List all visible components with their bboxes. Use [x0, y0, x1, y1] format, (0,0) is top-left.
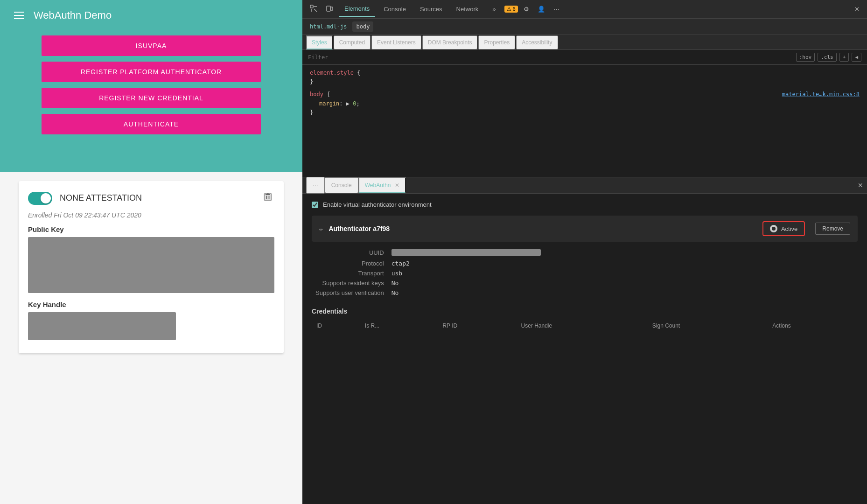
- authenticator-name: Authenticator a7f98: [329, 225, 390, 232]
- tab-dots[interactable]: ···: [306, 177, 325, 194]
- remove-authenticator-button[interactable]: Remove: [815, 223, 850, 235]
- public-key-value: [28, 237, 274, 293]
- app-title: WebAuthn Demo: [34, 9, 112, 21]
- settings-icon[interactable]: ⚙: [521, 4, 532, 14]
- delete-credential-button[interactable]: [261, 190, 274, 206]
- tab-event-listeners[interactable]: Event Listeners: [371, 35, 421, 49]
- webauthn-container: ··· Console WebAuthn ✕ ✕ Enable virtual …: [302, 177, 867, 504]
- credential-card: NONE ATTESTATION Enrolled Fri Oct 09 22:…: [19, 181, 284, 353]
- credentials-section: Credentials ID Is R... RP ID User Handle…: [312, 308, 858, 332]
- filter-controls: :hov .cls + ◀: [796, 53, 861, 62]
- tab-accessibility[interactable]: Accessibility: [516, 35, 558, 49]
- code-line-1: element.style {: [310, 69, 860, 77]
- credentials-title: Credentials: [312, 308, 858, 315]
- tab-console[interactable]: Console: [378, 2, 412, 16]
- isuvpaa-button[interactable]: ISUVPAA: [42, 35, 261, 56]
- protocol-value: ctap2: [392, 260, 854, 267]
- svg-line-4: [314, 9, 317, 12]
- webauthn-tab-close[interactable]: ✕: [395, 182, 399, 189]
- tab-computed[interactable]: Computed: [334, 35, 371, 49]
- tab-properties[interactable]: Properties: [478, 35, 515, 49]
- uuid-value: [392, 249, 854, 257]
- css-file-link[interactable]: material.te…k.min.css:8: [782, 90, 860, 99]
- tab-more[interactable]: »: [487, 2, 501, 16]
- uuid-bar: [392, 249, 541, 256]
- devtools-panel: Elements Console Sources Network » ⚠ 6 ⚙…: [302, 0, 867, 504]
- card-area: NONE ATTESTATION Enrolled Fri Oct 09 22:…: [0, 172, 302, 504]
- col-user-handle: User Handle: [516, 320, 647, 332]
- credentials-table-header: ID Is R... RP ID User Handle Sign Count …: [312, 320, 858, 332]
- filter-input[interactable]: [308, 54, 792, 61]
- protocol-label: Protocol: [315, 260, 384, 267]
- authenticator-row: ✏ Authenticator a7f98 Active Remove: [312, 216, 858, 242]
- enable-authenticator-row: Enable virtual authenticator environment: [312, 201, 858, 208]
- card-header-left: NONE ATTESTATION: [28, 192, 142, 205]
- tab-webauthn[interactable]: WebAuthn ✕: [358, 177, 406, 193]
- register-new-credential-button[interactable]: REGISTER NEW CREDENTIAL: [42, 88, 261, 108]
- css-code-area: element.style { } body { material.te…k.m…: [302, 65, 867, 177]
- body-tag[interactable]: body: [352, 21, 373, 32]
- col-sign-count: Sign Count: [648, 320, 768, 332]
- public-key-label: Public Key: [28, 225, 274, 233]
- user-icon[interactable]: 👤: [535, 4, 548, 14]
- webauthn-content: Enable virtual authenticator environment…: [302, 194, 867, 504]
- user-verification-value: No: [392, 289, 854, 296]
- key-handle-label: Key Handle: [28, 301, 274, 308]
- toggle-switch[interactable]: [28, 192, 52, 205]
- app-panel: WebAuthn Demo ISUVPAA REGISTER PLATFORM …: [0, 0, 302, 504]
- code-line-close: }: [310, 108, 860, 117]
- tab-network[interactable]: Network: [451, 2, 484, 16]
- code-line-margin: margin: ▶ 0;: [310, 99, 860, 108]
- col-is-r: Is R...: [360, 320, 438, 332]
- user-verification-label: Supports user verification: [315, 289, 384, 296]
- devtools-topbar: Elements Console Sources Network » ⚠ 6 ⚙…: [302, 0, 867, 19]
- tab-elements[interactable]: Elements: [339, 1, 375, 17]
- uuid-label: UUID: [315, 249, 384, 257]
- tab-styles[interactable]: Styles: [306, 35, 333, 49]
- col-rp-id: RP ID: [438, 320, 516, 332]
- tab-bottom-console[interactable]: Console: [325, 177, 358, 193]
- card-header: NONE ATTESTATION: [28, 190, 274, 206]
- filter-add-button[interactable]: +: [839, 53, 849, 62]
- card-title: NONE ATTESTATION: [60, 193, 142, 203]
- col-actions: Actions: [768, 320, 858, 332]
- authenticator-details: UUID Protocol ctap2 Transport usb Suppor…: [312, 249, 858, 296]
- device-toggle-icon[interactable]: [323, 3, 336, 15]
- tab-sources[interactable]: Sources: [414, 2, 448, 16]
- close-bottom-panel-button[interactable]: ✕: [858, 182, 863, 189]
- svg-rect-6: [331, 7, 333, 10]
- styles-filter-row: :hov .cls + ◀: [302, 50, 867, 65]
- filter-cls-button[interactable]: .cls: [818, 53, 837, 62]
- elements-tag-row: html.mdl-js body: [302, 19, 867, 35]
- enable-virtual-authenticator-label: Enable virtual authenticator environment: [323, 201, 432, 208]
- svg-rect-1: [310, 5, 313, 8]
- button-container: ISUVPAA REGISTER PLATFORM AUTHENTICATOR …: [14, 35, 288, 134]
- authenticate-button[interactable]: AUTHENTICATE: [42, 114, 261, 134]
- code-line-3: body {: [310, 91, 330, 98]
- more-options-icon[interactable]: ⋯: [551, 4, 562, 14]
- close-devtools-button[interactable]: ✕: [852, 4, 862, 14]
- app-header: WebAuthn Demo ISUVPAA REGISTER PLATFORM …: [0, 0, 302, 172]
- col-id: ID: [312, 320, 360, 332]
- code-line-2: }: [310, 77, 860, 86]
- active-radio-icon: [770, 225, 777, 232]
- elements-panel: html.mdl-js body Styles Computed Event L…: [302, 19, 867, 177]
- html-tag[interactable]: html.mdl-js: [306, 21, 350, 32]
- svg-rect-5: [327, 6, 330, 11]
- active-label: Active: [781, 225, 797, 232]
- warning-badge: ⚠ 6: [504, 6, 518, 13]
- tab-dom-breakpoints[interactable]: DOM Breakpoints: [422, 35, 478, 49]
- inspect-icon[interactable]: [307, 3, 320, 15]
- filter-arrow-button[interactable]: ◀: [852, 53, 861, 62]
- hamburger-menu-icon[interactable]: [14, 12, 24, 19]
- edit-authenticator-icon[interactable]: ✏: [319, 225, 323, 232]
- bottom-tabs-row: ··· Console WebAuthn ✕ ✕: [302, 177, 867, 194]
- resident-keys-label: Supports resident keys: [315, 280, 384, 287]
- filter-hov-button[interactable]: :hov: [796, 53, 815, 62]
- active-badge[interactable]: Active: [762, 221, 805, 236]
- register-platform-button[interactable]: REGISTER PLATFORM AUTHENTICATOR: [42, 62, 261, 82]
- enable-virtual-authenticator-checkbox[interactable]: [312, 202, 318, 208]
- resident-keys-value: No: [392, 280, 854, 287]
- key-handle-value: [28, 312, 176, 340]
- transport-value: usb: [392, 270, 854, 277]
